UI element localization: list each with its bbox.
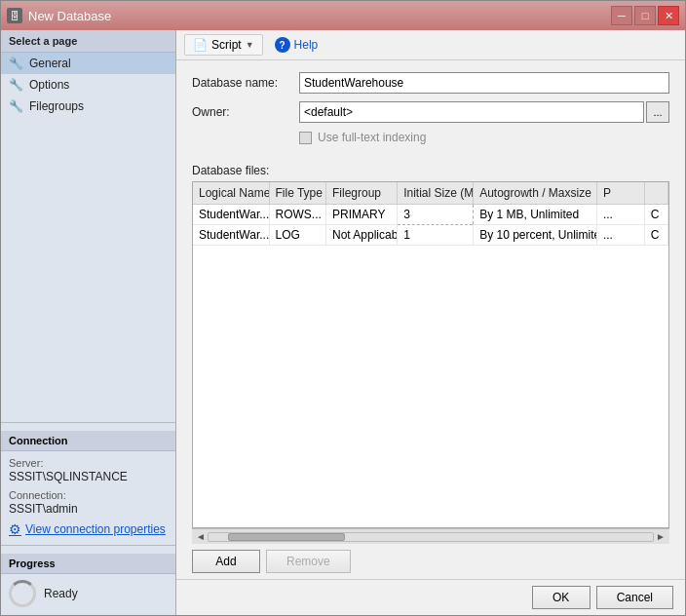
scrollbar-thumb[interactable]: [228, 533, 345, 541]
connection-label: Connection:: [9, 489, 168, 501]
horizontal-scrollbar[interactable]: ◄ ►: [192, 528, 669, 544]
progress-spinner: [9, 580, 36, 607]
progress-row: Ready: [9, 580, 168, 607]
row1-filegroup: PRIMARY: [326, 205, 398, 225]
properties-icon: ⚙: [9, 521, 21, 537]
col-header-filetype: File Type: [269, 182, 326, 205]
db-files-table-container: Logical Name File Type Filegroup Initial…: [192, 181, 669, 528]
owner-input[interactable]: [299, 101, 644, 123]
content-area: 📄 Script ▼ ? Help Database name: Owner:: [176, 30, 685, 615]
filegroups-icon: 🔧: [9, 99, 23, 113]
remove-button: Remove: [266, 550, 351, 573]
sidebar-item-general[interactable]: 🔧 General: [1, 53, 175, 74]
help-icon: ?: [275, 37, 290, 53]
row2-action: C: [644, 225, 667, 246]
row2-path: ...: [596, 225, 644, 246]
scroll-left-arrow[interactable]: ◄: [194, 531, 208, 542]
minimize-button[interactable]: ─: [611, 6, 632, 25]
db-name-row: Database name:: [192, 72, 669, 94]
db-name-input[interactable]: [299, 72, 669, 94]
row2-size: 1: [398, 225, 474, 246]
sidebar-item-filegroups[interactable]: 🔧 Filegroups: [1, 96, 175, 117]
form-area: Database name: Owner: ... Use full-text …: [176, 60, 685, 164]
connection-value: SSSIT\admin: [9, 502, 168, 516]
fulltext-label: Use full-text indexing: [318, 131, 426, 144]
row1-size[interactable]: 3: [398, 205, 474, 225]
scroll-right-arrow[interactable]: ►: [654, 531, 667, 542]
general-icon: 🔧: [9, 57, 23, 70]
col-header-filegroup: Filegroup: [326, 182, 398, 205]
script-button[interactable]: 📄 Script ▼: [184, 34, 263, 56]
fulltext-checkbox: [299, 132, 312, 144]
help-label: Help: [294, 38, 319, 52]
app-icon: 🗄: [7, 8, 22, 23]
connection-title: Connection: [1, 431, 175, 451]
footer: OK Cancel: [176, 579, 685, 615]
fulltext-row: Use full-text indexing: [192, 131, 669, 144]
ok-button[interactable]: OK: [532, 586, 591, 609]
progress-section: Progress Ready: [1, 545, 175, 615]
page-items: 🔧 General 🔧 Options 🔧 Filegroups: [1, 53, 175, 422]
col-header-logical: Logical Name: [193, 182, 269, 205]
sidebar-item-general-label: General: [29, 57, 71, 70]
owner-row: Owner: ...: [192, 101, 669, 123]
main-window: 🗄 New Database ─ □ ✕ Select a page 🔧 Gen…: [0, 0, 686, 616]
maximize-button[interactable]: □: [634, 6, 656, 25]
sidebar: Select a page 🔧 General 🔧 Options 🔧 File…: [1, 30, 176, 615]
row1-autogrowth: By 1 MB, Unlimited: [474, 205, 597, 225]
bottom-buttons: Add Remove: [176, 544, 685, 579]
close-button[interactable]: ✕: [658, 6, 679, 25]
db-files-label: Database files:: [176, 164, 685, 177]
sidebar-item-filegroups-label: Filegroups: [29, 99, 84, 113]
server-label: Server:: [9, 457, 168, 469]
title-controls: ─ □ ✕: [611, 6, 679, 25]
main-layout: Select a page 🔧 General 🔧 Options 🔧 File…: [1, 30, 685, 615]
toolbar: 📄 Script ▼ ? Help: [176, 30, 685, 60]
sidebar-item-options-label: Options: [29, 78, 69, 92]
col-header-autogrowth: Autogrowth / Maxsize: [474, 182, 597, 205]
view-connection-properties-link[interactable]: ⚙ View connection properties: [9, 521, 168, 537]
window-title: New Database: [28, 9, 111, 23]
options-icon: 🔧: [9, 78, 23, 92]
col-header-actions: [644, 182, 667, 205]
script-icon: 📄: [193, 38, 208, 52]
add-button[interactable]: Add: [192, 550, 260, 573]
row1-logical: StudentWar...: [193, 205, 269, 225]
col-header-path: P: [596, 182, 644, 205]
row1-action: C: [644, 205, 667, 225]
row2-filetype: LOG: [269, 225, 326, 246]
owner-label: Owner:: [192, 105, 299, 119]
col-header-initialsize: Initial Size (MB): [398, 182, 474, 205]
scrollbar-track[interactable]: [208, 532, 654, 542]
connection-section: Connection Server: SSSIT\SQLINSTANCE Con…: [1, 422, 175, 545]
db-name-label: Database name:: [192, 76, 299, 90]
sidebar-item-options[interactable]: 🔧 Options: [1, 74, 175, 96]
row1-filetype: ROWS...: [269, 205, 326, 225]
table-row[interactable]: StudentWar... LOG Not Applicable 1 By 10…: [193, 225, 668, 246]
server-value: SSSIT\SQLINSTANCE: [9, 470, 168, 483]
progress-title: Progress: [1, 554, 175, 574]
table-header-row: Logical Name File Type Filegroup Initial…: [193, 182, 668, 205]
row2-logical: StudentWar...: [193, 225, 269, 246]
progress-status: Ready: [44, 587, 78, 600]
row2-autogrowth: By 10 percent, Unlimited: [474, 225, 597, 246]
cancel-button[interactable]: Cancel: [596, 586, 673, 609]
select-page-title: Select a page: [1, 30, 175, 53]
script-dropdown-arrow: ▼: [246, 40, 254, 50]
row2-filegroup: Not Applicable: [326, 225, 398, 246]
title-bar-left: 🗄 New Database: [7, 8, 111, 23]
db-files-table: Logical Name File Type Filegroup Initial…: [193, 182, 668, 246]
row1-path: ...: [596, 205, 644, 225]
table-row[interactable]: StudentWar... ROWS... PRIMARY 3 By 1 MB,…: [193, 205, 668, 225]
view-properties-label: View connection properties: [25, 522, 166, 536]
help-button[interactable]: ? Help: [267, 34, 326, 56]
script-label: Script: [211, 38, 242, 52]
owner-browse-button[interactable]: ...: [646, 101, 669, 123]
title-bar: 🗄 New Database ─ □ ✕: [1, 1, 685, 30]
